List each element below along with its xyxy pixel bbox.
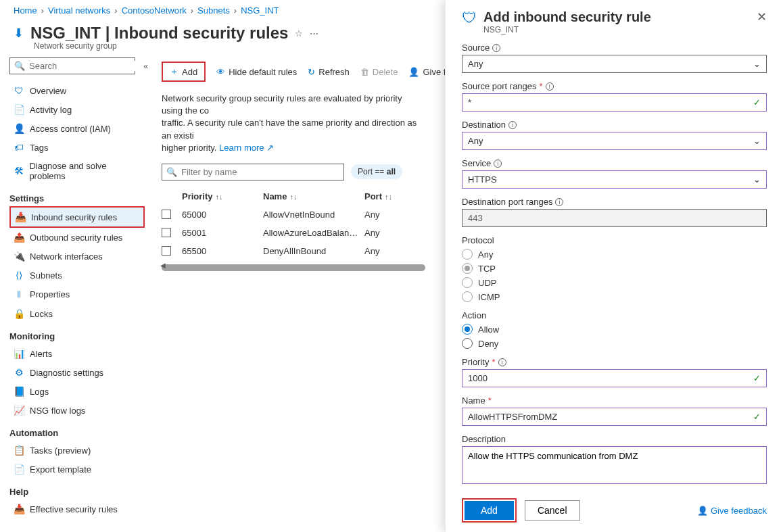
breadcrumb-item[interactable]: Home xyxy=(14,5,37,16)
collapse-icon[interactable]: « xyxy=(143,62,148,71)
table-row[interactable]: 65500DenyAllInBoundAny xyxy=(162,242,425,260)
nav-icon: 🛠 xyxy=(14,166,24,176)
filter-name-input[interactable] xyxy=(181,167,339,177)
breadcrumb-item[interactable]: Subnets xyxy=(197,5,230,16)
person-icon: 👤 xyxy=(697,506,708,516)
col-priority[interactable]: Priority↑↓ xyxy=(182,191,263,201)
nav-label: Diagnose and solve problems xyxy=(29,161,141,181)
info-icon[interactable]: i xyxy=(508,121,517,129)
source-port-input[interactable]: *✓ xyxy=(462,93,767,112)
chevron-down-icon: ⌄ xyxy=(753,174,761,185)
service-select[interactable]: HTTPS⌄ xyxy=(462,170,767,189)
nav-icon: 📄 xyxy=(14,104,24,115)
sidebar-item[interactable]: 📘Logs xyxy=(9,382,145,401)
cell-priority: 65500 xyxy=(182,246,263,256)
sidebar-search[interactable]: 🔍 xyxy=(9,57,135,74)
cell-name: AllowVnetInBound xyxy=(263,210,364,220)
nav-label: Logs xyxy=(30,387,49,397)
info-icon[interactable]: i xyxy=(546,82,554,91)
breadcrumb-item[interactable]: NSG_INT xyxy=(241,5,279,16)
action-allow[interactable]: Allow xyxy=(462,324,767,335)
sidebar-search-input[interactable] xyxy=(29,61,143,71)
action-deny[interactable]: Deny xyxy=(462,338,767,349)
sidebar-item[interactable]: 👤Access control (IAM) xyxy=(9,119,145,138)
nav-icon: 📥 xyxy=(15,212,26,222)
info-icon[interactable]: i xyxy=(555,198,563,206)
filter-pill-port[interactable]: Port == all xyxy=(351,164,402,179)
sidebar-item[interactable]: 📥Effective security rules xyxy=(9,500,145,518)
priority-input[interactable]: 1000✓ xyxy=(462,369,767,387)
info-icon[interactable]: i xyxy=(492,44,500,52)
sidebar-item[interactable]: 📊Alerts xyxy=(9,344,145,363)
description-input[interactable]: Allow the HTTPS communication from DMZ xyxy=(462,446,767,484)
destination-select[interactable]: Any⌄ xyxy=(462,132,767,150)
search-icon: 🔍 xyxy=(166,167,177,177)
nav-icon: ⟨⟩ xyxy=(14,270,24,281)
nav-icon: 📤 xyxy=(14,232,24,243)
breadcrumb-item[interactable]: ContosoNetwork xyxy=(122,5,187,16)
sidebar-item[interactable]: 📄Activity log xyxy=(9,100,145,119)
nav-section-settings: Settings xyxy=(9,193,152,203)
more-icon[interactable]: ⋯ xyxy=(310,28,319,39)
panel-title: Add inbound security rule xyxy=(483,9,651,25)
delete-button[interactable]: 🗑Delete xyxy=(360,67,398,77)
protocol-udp[interactable]: UDP xyxy=(462,277,767,288)
breadcrumb-item[interactable]: Virtual networks xyxy=(48,5,110,16)
protocol-icmp[interactable]: ICMP xyxy=(462,291,767,302)
info-icon[interactable]: i xyxy=(494,160,502,168)
row-checkbox[interactable] xyxy=(162,210,171,219)
name-input[interactable]: AllowHTTPSFromDMZ✓ xyxy=(462,408,767,426)
sidebar-item[interactable]: 📋Tasks (preview) xyxy=(9,441,145,460)
nav-icon: 🛡 xyxy=(14,85,24,96)
sidebar-item[interactable]: 📤Outbound security rules xyxy=(9,228,145,247)
favorite-icon[interactable]: ☆ xyxy=(295,28,303,39)
table-row[interactable]: 65000AllowVnetInBoundAny xyxy=(162,205,425,224)
trash-icon: 🗑 xyxy=(360,67,369,77)
sidebar-item[interactable]: ⦀Properties xyxy=(9,285,145,304)
sidebar-item[interactable]: ⚙Diagnostic settings xyxy=(9,363,145,382)
nav-label: Tasks (preview) xyxy=(30,445,91,456)
panel-feedback-link[interactable]: 👤Give feedback xyxy=(697,506,767,516)
description-text: Network security group security rules ar… xyxy=(162,93,425,154)
cell-port: Any xyxy=(364,246,412,256)
table-row[interactable]: 65001AllowAzureLoadBalan…Any xyxy=(162,224,425,242)
panel-add-button[interactable]: Add xyxy=(465,501,514,520)
sidebar-item[interactable]: 🛠Diagnose and solve problems xyxy=(9,157,145,185)
col-name[interactable]: Name↑↓ xyxy=(263,191,364,201)
col-port[interactable]: Port↑↓ xyxy=(364,191,412,201)
close-icon[interactable]: ✕ xyxy=(757,9,767,24)
hide-icon: 👁 xyxy=(216,67,225,77)
sidebar-item[interactable]: 📄Export template xyxy=(9,460,145,479)
row-checkbox[interactable] xyxy=(162,246,171,256)
protocol-tcp[interactable]: TCP xyxy=(462,263,767,274)
refresh-icon: ↻ xyxy=(308,67,315,77)
nav-label: Properties xyxy=(30,289,70,299)
protocol-any[interactable]: Any xyxy=(462,249,767,260)
add-button[interactable]: ＋Add xyxy=(162,62,206,82)
nav-icon: 🔌 xyxy=(14,251,24,262)
row-checkbox[interactable] xyxy=(162,228,171,237)
source-select[interactable]: Any⌄ xyxy=(462,55,767,73)
sidebar-item[interactable]: 🛡Overview xyxy=(9,81,145,100)
sidebar-item[interactable]: 🏷Tags xyxy=(9,138,145,157)
nav-label: Diagnostic settings xyxy=(30,368,103,378)
nav-label: Effective security rules xyxy=(30,504,118,514)
nav-icon: ⦀ xyxy=(14,289,24,300)
sidebar-item[interactable]: 🔒Locks xyxy=(9,304,145,323)
download-icon[interactable]: ⬇ xyxy=(14,26,24,41)
nav-icon: 📥 xyxy=(14,504,24,514)
filter-input[interactable]: 🔍 xyxy=(162,164,344,180)
learn-more-link[interactable]: Learn more ↗ xyxy=(219,143,274,153)
chevron-down-icon: ⌄ xyxy=(753,59,761,69)
sidebar-item[interactable]: 🔌Network interfaces xyxy=(9,247,145,266)
sidebar-item[interactable]: 📥Inbound security rules xyxy=(9,206,145,228)
cell-port: Any xyxy=(364,210,412,220)
sidebar-item[interactable]: 📈NSG flow logs xyxy=(9,401,145,420)
panel-cancel-button[interactable]: Cancel xyxy=(525,500,580,521)
refresh-button[interactable]: ↻Refresh xyxy=(308,67,350,77)
hide-default-button[interactable]: 👁Hide default rules xyxy=(216,67,297,77)
info-icon[interactable]: i xyxy=(498,358,506,366)
sidebar-item[interactable]: ⟨⟩Subnets xyxy=(9,266,145,285)
horizontal-scrollbar[interactable] xyxy=(162,264,425,271)
nav-label: Outbound security rules xyxy=(30,233,122,243)
